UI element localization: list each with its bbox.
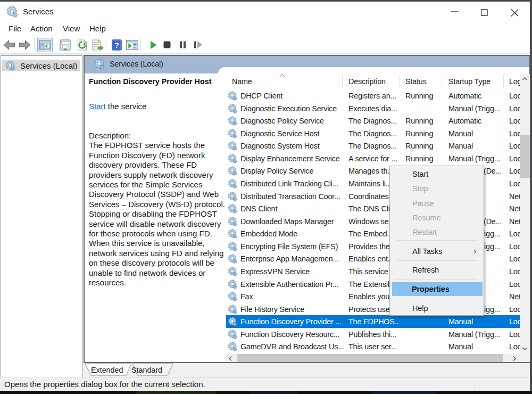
svg-text:?: ?	[114, 41, 119, 50]
